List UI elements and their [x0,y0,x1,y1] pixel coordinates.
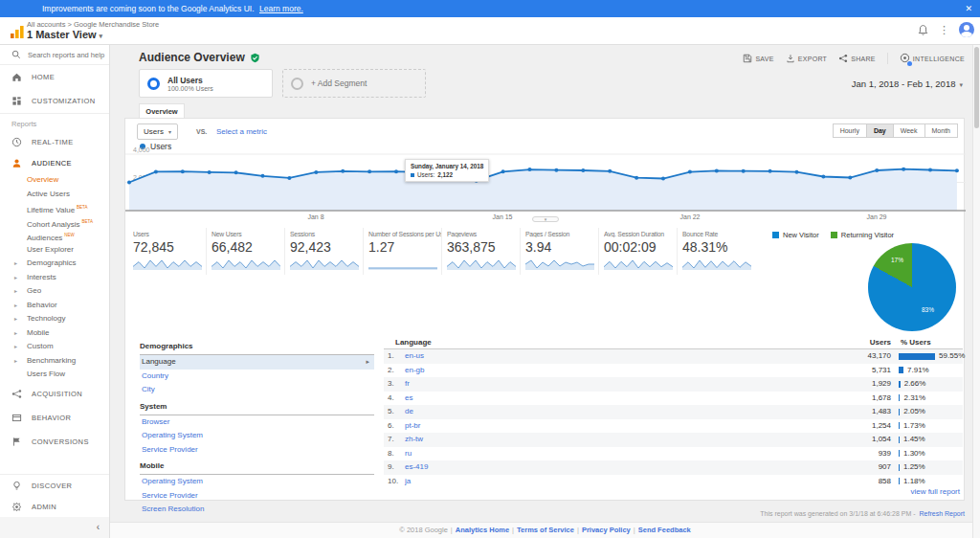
sidebar-item-mobile[interactable]: ▸Mobile [0,326,109,341]
sidebar-item-behavior[interactable]: BEHAVIOR [0,406,109,430]
conversions-flag-icon [11,437,22,447]
reports-section-label: Reports [0,114,109,131]
chart-collapse-handle[interactable]: ▾ [532,216,559,222]
granularity-control: Hourly Day Week Month [834,123,958,138]
intelligence-button[interactable]: INTELLIGENCE [900,53,965,64]
sidebar-item-custom[interactable]: ▸Custom [0,340,109,354]
dimension-browser[interactable]: Browser [140,415,374,430]
view-full-report-link[interactable]: view full report [910,487,960,496]
language-link[interactable]: de [405,405,413,419]
dimension-city[interactable]: City [140,383,374,397]
language-link[interactable]: fr [405,377,410,392]
table-row: 7.zh-tw1,054 1.45% [384,433,963,447]
granularity-month-button[interactable]: Month [924,123,958,138]
dimension-operating-system[interactable]: Operating System [140,429,374,443]
sidebar-item-demographics[interactable]: ▸Demographics [0,257,109,271]
dimension-mobile-service-provider[interactable]: Service Provider [140,489,374,504]
expand-arrow-icon: ▸ [14,326,17,341]
column-header-language[interactable]: Language [395,338,432,347]
language-link[interactable]: zh-tw [405,433,423,447]
visitor-type-pie-chart: 17% 83% [868,243,956,331]
granularity-hourly-button[interactable]: Hourly [833,123,867,138]
banner-learn-more-link[interactable]: Learn more. [259,4,303,13]
metric-select-dropdown[interactable]: Users▾ [137,123,178,140]
language-link[interactable]: ru [405,447,412,461]
segment-all-users[interactable]: All Users 100.00% Users [139,69,273,98]
sidebar-item-acquisition[interactable]: ACQUISITION [0,382,109,406]
sidebar-item-customization[interactable]: CUSTOMIZATION [0,89,109,113]
sidebar: Search reports and help HOME CUSTOMIZATI… [0,45,110,538]
sidebar-item-home[interactable]: HOME [0,65,109,89]
notifications-bell-icon[interactable] [917,24,929,36]
language-link[interactable]: pt-br [405,419,420,434]
more-options-kebab-icon[interactable]: ⋮ [939,24,949,36]
footer-link-feedback[interactable]: Send Feedback [638,526,691,534]
language-table: Language Users % Users 1.en-us43,170 59.… [384,337,963,488]
language-link[interactable]: es-419 [405,460,428,475]
dimension-country[interactable]: Country [140,370,374,384]
dimension-service-provider[interactable]: Service Provider [140,443,374,458]
save-button[interactable]: SAVE [743,54,773,63]
sidebar-item-users-flow[interactable]: Users Flow [0,368,109,382]
expand-arrow-icon: ▸ [14,284,17,299]
sidebar-item-audiences[interactable]: AudiencesNEW [0,229,109,243]
view-selector[interactable]: 1 Master View▾ [27,29,102,40]
refresh-report-link[interactable]: Refresh Report [920,510,965,517]
sidebar-item-interests[interactable]: ▸Interests [0,271,109,285]
breadcrumb-accounts[interactable]: All accounts [27,20,65,29]
dimension-mobile-os[interactable]: Operating System [140,475,374,489]
sidebar-item-benchmarking[interactable]: ▸Benchmarking [0,354,109,369]
breadcrumb-separator: > [68,20,72,29]
metric-pages-per-session: Pages / Session3.94 [521,228,599,275]
select-a-metric-link[interactable]: Select a metric [216,127,267,136]
language-link[interactable]: en-gb [405,364,424,378]
sidebar-item-realtime[interactable]: REAL-TIME [0,131,109,152]
export-button[interactable]: EXPORT [786,54,827,63]
dimension-language[interactable]: Language ▸ [140,355,374,370]
footer-link-privacy[interactable]: Privacy Policy [582,526,631,534]
footer-link-terms[interactable]: Terms of Service [517,526,574,534]
sidebar-item-active-users[interactable]: Active Users [0,188,109,202]
sidebar-item-technology[interactable]: ▸Technology [0,312,109,326]
sidebar-item-conversions[interactable]: CONVERSIONS [0,430,109,454]
column-header-users[interactable]: Users [805,338,891,347]
granularity-week-button[interactable]: Week [893,123,925,138]
pct-bar [899,409,900,415]
users-timeseries-chart[interactable] [125,146,966,226]
sidebar-item-geo[interactable]: ▸Geo [0,284,109,299]
sidebar-item-discover[interactable]: DISCOVER [0,475,109,496]
sidebar-item-audience[interactable]: AUDIENCE [0,152,109,173]
sidebar-item-lifetime-value[interactable]: Lifetime ValueBETA [0,201,109,215]
expand-arrow-icon: ▸ [14,257,17,271]
search-input[interactable]: Search reports and help [0,45,109,65]
language-link[interactable]: ja [405,475,411,489]
share-button[interactable]: SHARE [838,54,876,63]
add-segment-button[interactable]: + Add Segment [282,69,426,98]
breadcrumb-property[interactable]: Google Merchandise Store [74,20,159,29]
sidebar-collapse-button[interactable]: ‹ [0,517,109,538]
language-link[interactable]: es [405,392,412,406]
column-header-pct-users[interactable]: % Users [901,338,931,347]
scrollbar-thumb[interactable] [974,47,979,128]
pct-bar [899,437,900,443]
metric-pageviews: Pageviews363,875 [442,228,521,275]
sidebar-item-overview[interactable]: Overview [0,173,109,188]
dimension-screen-resolution[interactable]: Screen Resolution [140,503,374,517]
page-title: Audience Overview [139,51,260,64]
granularity-day-button[interactable]: Day [866,123,894,138]
language-link[interactable]: en-us [405,349,424,364]
sidebar-item-cohort-analysis[interactable]: Cohort AnalysisBETA [0,215,109,230]
sidebar-item-behavior-sub[interactable]: ▸Behavior [0,299,109,313]
tab-overview[interactable]: Overview [139,103,185,119]
footer-link-analytics-home[interactable]: Analytics Home [456,526,509,534]
table-row: 5.de1,483 2.05% [384,405,963,419]
google-analytics-logo-icon [10,24,25,39]
user-avatar[interactable] [959,22,974,37]
date-range-selector[interactable]: Jan 1, 2018 - Feb 1, 2018▾ [852,78,963,89]
metric-sessions-per-user: Number of Sessions per User1.27 [364,228,442,275]
pie-slice-label: 83% [922,306,934,313]
beta-badge: BETA [82,219,93,224]
sidebar-item-admin[interactable]: ADMIN [0,496,109,517]
banner-close-icon[interactable]: ✕ [965,0,972,17]
sidebar-item-user-explorer[interactable]: User Explorer [0,243,109,258]
